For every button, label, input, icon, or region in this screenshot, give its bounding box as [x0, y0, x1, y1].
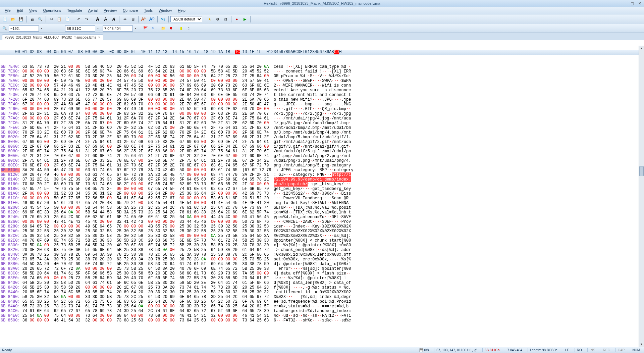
status-length: Length: 98 BCB0h: [528, 348, 559, 352]
hex-row: 6B 8080: 2F 6D 6E 74 2F 75 64 61 31 2F 6…: [1, 149, 643, 154]
vertical-scrollbar[interactable]: ▲ ▼: [639, 46, 644, 347]
hex-row: 6B 7E60: 00 00 00 00 20 63 6F 6E 6E 65 6…: [1, 69, 643, 74]
hex-address-dropdown-icon[interactable]: ▾: [96, 27, 100, 30]
hex-row: 6B 83E0: 69 7A 65 00 00 00 25 73 5B 25 6…: [1, 276, 643, 281]
menu-aerial[interactable]: Aerial: [86, 8, 100, 13]
font-dec-icon[interactable]: A: [102, 15, 109, 23]
hex-row: 6B 82A0: 25 30 32 58 25 30 32 58 25 30 3…: [1, 229, 643, 234]
status-pos: 67, 103, 147, 01100111, 'g': [434, 348, 479, 352]
find-icon[interactable]: 🔍: [1, 25, 8, 32]
hex-row: 6B 7F20: 6F 20 74 68 69 73 20 6E 65 77 2…: [1, 97, 643, 102]
copy-icon[interactable]: 📋: [56, 15, 63, 23]
font-inc-icon[interactable]: A: [94, 15, 101, 23]
scroll-thumb[interactable]: [639, 166, 644, 176]
hex-row: 6B 84A0: 65 72 3D 25 78 2C 73 74 61 74 7…: [1, 304, 643, 309]
hex-row: 6B 80A0: 67 2F 31 2E 70 6E 67 00 2F 6D 6…: [1, 154, 643, 158]
record-icon[interactable]: ●: [233, 15, 240, 23]
addr-hex-icon[interactable]: Aᴴ: [140, 15, 148, 23]
menu-help[interactable]: Help: [175, 8, 188, 13]
status-ins: INS: [587, 348, 597, 352]
flag-blue-icon[interactable]: 🏳: [150, 25, 156, 32]
encoding-select[interactable]: ASCII default: [170, 16, 202, 22]
menu-compare[interactable]: Compare: [120, 8, 141, 13]
hex-row: 6B 84E0: 25 64 0A 00 75 64 00 00 73 64 0…: [1, 313, 643, 318]
hex-row: 6B 8380: 64 5D 3A 20 40 70 6F 69 6E 74 6…: [1, 262, 643, 266]
search-history-dropdown-icon[interactable]: ▾: [40, 27, 44, 30]
hex-row: 6B 8440: 20 65 6E 74 69 74 6C 65 6D 65 6…: [1, 290, 643, 295]
hex-row: 6B 7FA0: 00 00 00 00 2F 6D 6E 74 2F 75 6…: [1, 116, 643, 121]
star-icon[interactable]: ★: [206, 15, 213, 23]
autofit-icon[interactable]: ⇔: [121, 15, 128, 23]
paste-icon[interactable]: 📄: [64, 15, 71, 23]
highlight-clear-icon[interactable]: ▯: [185, 25, 192, 32]
highlighter-icon[interactable]: ▮: [178, 25, 184, 32]
scroll-down-icon[interactable]: ▼: [639, 342, 644, 347]
menu-window[interactable]: Window: [156, 8, 174, 13]
menu-preview[interactable]: Preview: [101, 8, 119, 13]
tab-label: v6996_20181023_Matrix_ALI3510C_HW102_mai…: [5, 36, 96, 39]
dec-address-dropdown-icon[interactable]: ▾: [133, 27, 138, 30]
hex-row: 6B 8500: 36 00 00 00 46 41 54 33 32 00 0…: [1, 318, 643, 323]
hex-row: 6B 8280: 69 64 65 72 00 00 00 00 49 6E 6…: [1, 224, 643, 229]
menu-file[interactable]: File: [2, 8, 13, 13]
close-icon[interactable]: ✕: [637, 1, 643, 6]
hex-row: 6B 8040: 67 69 66 00 2F 6D 6E 74 2F 75 6…: [1, 140, 643, 144]
status-bar: Ready 💾 0/8 67, 103, 147, 01100111, 'g' …: [0, 347, 644, 353]
status-num: NUM: [630, 348, 642, 352]
hex-row: 6B 84C0: 74 61 6E 64 62 65 72 67 65 78 6…: [1, 309, 643, 313]
tab-close-icon[interactable]: ×: [98, 36, 100, 39]
hex-row: 6B 80C0: 2F 75 64 61 31 2F 70 6E 67 2F 3…: [1, 158, 643, 163]
print-icon[interactable]: 🖨: [29, 15, 36, 23]
hex-row: 6B 7F60: 00 00 00 00 2E 67 69 66 00 00 0…: [1, 107, 643, 111]
dec-address-input[interactable]: [103, 26, 133, 32]
analyze-icon[interactable]: ◔: [222, 15, 229, 23]
undo-icon[interactable]: ↶: [75, 15, 82, 23]
menu-operations[interactable]: Operations: [40, 8, 64, 13]
bookmark-folder-icon[interactable]: 📁: [160, 25, 167, 32]
hex-row: 6B 8200: 53 45 54 55 50 00 00 00 5B 54 4…: [1, 205, 643, 210]
menu-tools[interactable]: Tools: [141, 8, 155, 13]
gear-icon[interactable]: ⚙: [214, 15, 221, 23]
menu-template[interactable]: Template: [64, 8, 85, 13]
search-history-input[interactable]: [9, 26, 39, 32]
new-icon[interactable]: 📄: [1, 15, 9, 23]
status-ready: Ready: [2, 348, 12, 352]
hex-row: 6B 7EE0: 65 63 74 65 64 21 20 41 72 65 2…: [1, 88, 643, 93]
hex-row: 6B 8060: 31 2F 67 69 66 2F 33 2E 67 69 6…: [1, 144, 643, 149]
hex-row: 6B 8320: 20 3E 20 63 68 75 6E 6B 5F 65 6…: [1, 248, 643, 252]
hex-row: 6B 8300: 78 5D 0A 00 25 73 5B 25 64 5D 3…: [1, 243, 643, 248]
cols-icon[interactable]: ⊞: [129, 15, 137, 23]
print-preview-icon[interactable]: 🔍: [37, 15, 44, 23]
toolbar-nav: 🔍 ▾ ▾ ▾ 🚩 🏳 📁 ✖ ▮ ▯: [0, 24, 644, 33]
scroll-up-icon[interactable]: ▲: [639, 46, 644, 51]
hex-view[interactable]: 00 01 02 03 04 05 06 07 08 09 0A 0B 0C 0…: [0, 40, 644, 347]
mark-icon[interactable]: M↓: [159, 15, 167, 23]
menu-edit[interactable]: Edit: [14, 8, 26, 13]
window-title: HexEdit - v6996_20181023_Matrix_ALI3510C…: [264, 1, 380, 5]
hex-row: 6B 80E0: 70 6E 67 00 2F 6D 6E 74 2F 75 6…: [1, 163, 643, 168]
redo-icon[interactable]: ↷: [83, 15, 90, 23]
hex-row: 6B 7F00: 74 20 74 68 65 20 63 75 72 72 6…: [1, 93, 643, 97]
minimize-icon[interactable]: —: [622, 1, 628, 6]
tab-file[interactable]: v6996_20181023_Matrix_ALI3510C_HW102_mai…: [2, 35, 103, 40]
status-disk-icon: 💾 0/8: [417, 348, 431, 352]
hex-row: 6B 7EA0: 00 00 00 00 4F 50 45 4E 00 00 0…: [1, 79, 643, 83]
hex-row: 6B 7F40: 67 00 00 00 2E 4A 50 45 47 00 0…: [1, 102, 643, 107]
status-endian: LE: [563, 348, 571, 352]
status-mode: RO: [575, 348, 584, 352]
flag-red-icon[interactable]: 🚩: [142, 25, 149, 32]
open-icon[interactable]: 📂: [9, 15, 17, 23]
status-caps: CAP: [615, 348, 627, 352]
addr-dec-icon[interactable]: Aᴰ: [148, 15, 156, 23]
maximize-icon[interactable]: ▢: [629, 1, 635, 6]
menu-view[interactable]: View: [26, 8, 40, 13]
hex-address-input[interactable]: [65, 26, 95, 32]
status-hex-addr: 6B 811Ch: [482, 348, 501, 352]
play-icon[interactable]: ▶: [241, 15, 249, 23]
cut-icon[interactable]: ✂: [48, 15, 55, 23]
hex-row: 6B 7EC0: 32 00 00 00 57 49 46 49 20 4D 4…: [1, 83, 643, 88]
bookmark-del-icon[interactable]: ✖: [167, 25, 174, 32]
font-icon[interactable]: A: [110, 15, 117, 23]
hex-row: 6B 83C0: 58 5D 20 64 61 74 61 5F 6F 66 6…: [1, 271, 643, 276]
save-icon[interactable]: 💾: [17, 15, 25, 23]
